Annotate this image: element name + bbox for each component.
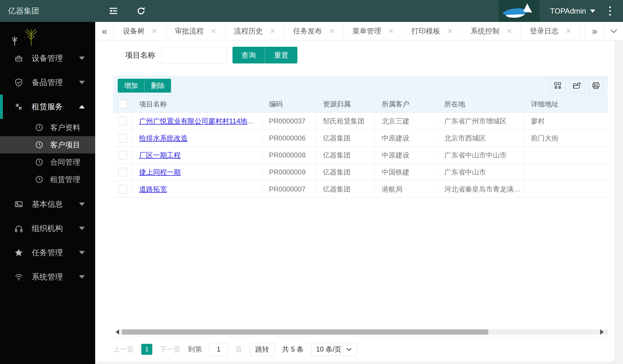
sidebar-item-basic-info[interactable]: 基本信息 (0, 192, 95, 216)
column-header: 编码 (262, 96, 316, 112)
add-button[interactable]: 增加 (118, 79, 144, 93)
current-page-button[interactable]: 1 (141, 344, 152, 355)
project-link[interactable]: 道路拓宽 (139, 185, 167, 193)
next-page-button[interactable]: 下一页 (160, 345, 181, 354)
sidebar-item-label: 备品管理 (32, 77, 63, 88)
row-checkbox[interactable] (118, 151, 127, 160)
scroll-right-arrow-icon[interactable] (600, 329, 606, 335)
tabs-strip: 设备树✕ 审批流程✕ 流程历史✕ 任务发布✕ 菜单管理✕ 打印模板✕ 系统控制✕… (114, 22, 585, 40)
close-tab-icon[interactable]: ✕ (447, 27, 453, 35)
shield-check-icon (14, 78, 23, 87)
chevron-down-icon (79, 227, 85, 233)
tabs-menu-button[interactable] (604, 22, 623, 40)
close-tab-icon[interactable]: ✕ (388, 27, 394, 35)
close-tab-icon[interactable]: ✕ (329, 27, 335, 35)
tab-item[interactable]: 系统控制✕ (462, 22, 521, 40)
tabs-scroll-left-button[interactable]: « (95, 22, 114, 40)
row-checkbox[interactable] (118, 185, 127, 194)
reset-button[interactable]: 重置 (265, 47, 297, 63)
clock-icon (35, 158, 43, 166)
prev-page-button[interactable]: 上一页 (113, 345, 134, 354)
project-link[interactable]: 厂区一期工程 (139, 151, 181, 159)
page-size-select[interactable]: 10 条/页 (311, 343, 357, 356)
table-row: 道路拓宽 PR0000007 亿器集团 港航局 河北省秦皇岛市青龙满族... (113, 181, 608, 198)
brand-title: 亿器集团 (0, 6, 95, 16)
row-checkbox[interactable] (118, 117, 127, 125)
export-icon[interactable] (569, 78, 584, 93)
tab-item[interactable]: 登录日志✕ (521, 22, 580, 40)
sidebar-item-label: 基本信息 (32, 199, 63, 209)
chevron-down-icon (346, 348, 352, 351)
chevron-up-icon (79, 102, 85, 108)
select-all-checkbox[interactable] (118, 100, 127, 108)
clock-icon (35, 123, 43, 132)
column-header: 详细地址 (524, 96, 608, 112)
close-tab-icon[interactable]: ✕ (211, 27, 216, 35)
scroll-left-arrow-icon[interactable] (113, 329, 119, 335)
goto-prefix-label: 到第 (188, 345, 202, 354)
project-link[interactable]: 捷上同程一期 (139, 168, 181, 176)
chevron-down-icon (79, 251, 85, 257)
delete-button[interactable]: 删除 (144, 79, 171, 93)
outdent-icon[interactable] (108, 7, 118, 15)
jump-button[interactable]: 跳转 (250, 343, 275, 356)
columns-icon[interactable] (550, 78, 565, 93)
user-name: TOPAdmin (550, 7, 586, 16)
toolbox-icon (14, 54, 23, 63)
row-checkbox[interactable] (118, 134, 127, 142)
sidebar-subitem-lease[interactable]: 租赁管理 (0, 171, 95, 188)
tab-item[interactable]: 设备树✕ (114, 22, 166, 40)
project-link[interactable]: 给排水系统改造 (139, 134, 188, 142)
close-tab-icon[interactable]: ✕ (566, 27, 571, 35)
sidebar-item-equipment[interactable]: 设备管理 (0, 46, 95, 70)
shark-logo (499, 0, 540, 22)
sidebar-item-system[interactable]: 系统管理 (0, 265, 95, 289)
query-button[interactable]: 查询 (232, 47, 265, 63)
sidebar-item-label: 设备管理 (32, 53, 63, 63)
scrollbar-thumb[interactable] (122, 329, 488, 335)
scrollbar-track[interactable] (120, 329, 608, 335)
sidebar-item-spareparts[interactable]: 备品管理 (0, 70, 95, 95)
print-icon[interactable] (588, 78, 603, 93)
goto-page-input[interactable] (209, 343, 228, 356)
sidebar-item-label: 任务管理 (32, 247, 63, 258)
tab-item[interactable]: 任务发布✕ (284, 22, 344, 40)
sidebar-item-rental[interactable]: 租赁服务 (0, 95, 95, 119)
tab-item[interactable]: 打印模板✕ (403, 22, 462, 40)
project-name-input[interactable] (162, 47, 227, 63)
sidebar-item-organization[interactable]: 组织机构 (0, 216, 95, 241)
more-vertical-icon[interactable] (609, 6, 611, 16)
tab-item[interactable]: 流程历史✕ (225, 22, 284, 40)
tab-bar: « 设备树✕ 审批流程✕ 流程历史✕ 任务发布✕ 菜单管理✕ 打印模板✕ 系统控… (95, 22, 623, 40)
chevron-down-icon (79, 275, 85, 282)
sidebar-subitem-label: 合同管理 (50, 157, 80, 167)
image-icon (14, 200, 23, 209)
chevron-down-icon (79, 57, 85, 63)
user-menu[interactable]: TOPAdmin (550, 7, 595, 16)
row-checkbox[interactable] (118, 168, 127, 177)
project-link[interactable]: 广州广悦置业有限公司廖村村114地块商... (139, 117, 262, 125)
small-tree-icon[interactable] (10, 36, 19, 46)
collapse-icon (14, 102, 23, 111)
sidebar-subitem-label: 客户资料 (50, 123, 80, 133)
goto-suffix-label: 页 (235, 345, 242, 354)
chevron-down-icon (590, 10, 595, 15)
sidebar-subitem-customer-data[interactable]: 客户资料 (0, 119, 95, 136)
table-toolbar: 增加 删除 (113, 76, 608, 96)
sidebar-subitem-contract[interactable]: 合同管理 (0, 153, 95, 171)
tab-item[interactable]: 菜单管理✕ (344, 22, 403, 40)
tabs-scroll-right-button[interactable]: » (585, 22, 604, 40)
refresh-icon[interactable] (136, 6, 146, 16)
tab-item[interactable]: 操作日志✕ (580, 22, 585, 40)
yellow-tree-icon (24, 28, 39, 46)
pagination-bar: 上一页 1 下一页 到第 页 跳转 共 5 条 10 条/页 (113, 337, 608, 361)
top-header: 亿器集团 TOPAdmin (0, 0, 623, 22)
tab-item[interactable]: 审批流程✕ (166, 22, 225, 40)
close-tab-icon[interactable]: ✕ (506, 27, 512, 35)
sidebar-subitem-customer-project[interactable]: 客户项目 (0, 136, 95, 153)
sidebar-item-label: 租赁服务 (32, 102, 63, 112)
sidebar-item-tasks[interactable]: 任务管理 (0, 241, 95, 265)
close-tab-icon[interactable]: ✕ (270, 27, 275, 35)
table-row: 厂区一期工程 PR0000008 亿器集团 中原建设 广东省中山市中山市 (113, 147, 608, 164)
close-tab-icon[interactable]: ✕ (151, 27, 157, 35)
